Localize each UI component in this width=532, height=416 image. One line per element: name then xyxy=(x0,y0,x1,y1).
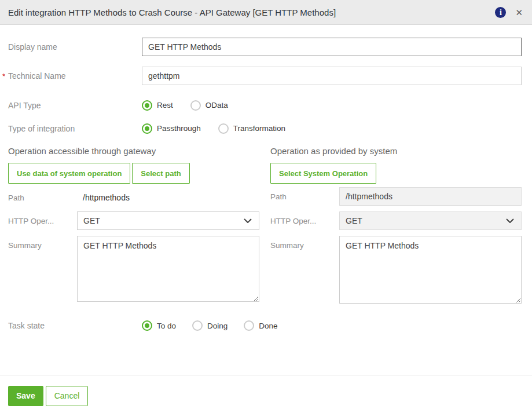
system-http-operation-select[interactable]: GET xyxy=(339,211,522,230)
display-name-row: Display name xyxy=(8,38,522,56)
summary-label: Summary xyxy=(8,236,77,250)
api-type-row: API Type Rest OData xyxy=(8,100,522,111)
gateway-operation-section: Operation accessible through gateway Use… xyxy=(8,146,259,308)
radio-option-odata[interactable]: OData xyxy=(190,100,228,111)
save-button[interactable]: Save xyxy=(8,386,43,406)
technical-name-label: * Technical Name xyxy=(8,71,142,81)
radio-unselected-icon[interactable] xyxy=(190,100,201,111)
system-http-operation-row: HTTP Oper... GET xyxy=(270,211,522,230)
info-icon[interactable]: i xyxy=(495,7,506,18)
radio-option-doing[interactable]: Doing xyxy=(192,320,228,331)
path-label: Path xyxy=(270,192,339,201)
task-state-label: Task state xyxy=(8,321,142,330)
gateway-http-operation-select[interactable]: GET xyxy=(77,211,259,230)
radio-option-label: Passthrough xyxy=(157,124,201,133)
close-icon[interactable]: ✕ xyxy=(515,8,523,17)
radio-option-rest[interactable]: Rest xyxy=(142,100,173,111)
radio-option-label: Done xyxy=(259,322,277,330)
integration-type-row: Type of integration Passthrough Transfor… xyxy=(8,123,522,134)
integration-type-radio-group: Passthrough Transformation xyxy=(142,123,303,134)
radio-selected-icon[interactable] xyxy=(142,320,152,331)
api-type-label: API Type xyxy=(8,101,142,110)
radio-option-label: Doing xyxy=(207,322,228,330)
use-data-of-system-operation-button[interactable]: Use data of system operation xyxy=(8,163,130,184)
system-summary-row: Summary GET HTTP Methods xyxy=(270,236,522,304)
dialog-header: Edit integration HTTP Methods to Crash C… xyxy=(0,0,532,25)
radio-selected-icon[interactable] xyxy=(142,100,152,111)
gateway-path-row: Path /httpmethods xyxy=(8,188,259,207)
path-label: Path xyxy=(8,194,77,202)
technical-name-input[interactable] xyxy=(142,67,522,85)
task-state-radio-group: To do Doing Done xyxy=(142,320,294,331)
summary-label: Summary xyxy=(270,236,339,250)
gateway-path-value: /httpmethods xyxy=(77,193,130,202)
dialog-title: Edit integration HTTP Methods to Crash C… xyxy=(8,8,495,17)
radio-option-transformation[interactable]: Transformation xyxy=(218,123,285,134)
radio-option-label: Transformation xyxy=(233,124,285,133)
radio-option-label: Rest xyxy=(157,101,173,110)
edit-integration-dialog: Edit integration HTTP Methods to Crash C… xyxy=(0,0,532,416)
system-button-row: Select System Operation xyxy=(270,163,522,184)
display-name-input[interactable] xyxy=(142,38,522,56)
gateway-summary-textarea[interactable]: GET HTTP Methods xyxy=(77,236,259,302)
gateway-http-operation-row: HTTP Oper... GET xyxy=(8,211,259,230)
select-system-operation-button[interactable]: Select System Operation xyxy=(270,163,376,184)
system-path-row: Path xyxy=(270,187,522,206)
select-path-button[interactable]: Select path xyxy=(132,163,189,184)
gateway-summary-row: Summary GET HTTP Methods xyxy=(8,236,259,302)
radio-option-todo[interactable]: To do xyxy=(142,320,176,331)
radio-option-passthrough[interactable]: Passthrough xyxy=(142,123,201,134)
cancel-button[interactable]: Cancel xyxy=(46,386,89,406)
technical-name-row: * Technical Name xyxy=(8,67,522,85)
integration-type-label: Type of integration xyxy=(8,124,142,133)
gateway-section-heading: Operation accessible through gateway xyxy=(8,146,259,156)
chevron-down-icon xyxy=(244,218,252,223)
system-section-heading: Operation as provided by system xyxy=(270,146,522,156)
display-name-label: Display name xyxy=(8,42,142,52)
system-summary-textarea[interactable]: GET HTTP Methods xyxy=(339,236,522,304)
system-operation-section: Operation as provided by system Select S… xyxy=(270,146,522,308)
radio-option-label: To do xyxy=(157,322,176,330)
chevron-down-icon xyxy=(506,218,514,223)
required-asterisk: * xyxy=(2,72,5,81)
task-state-row: Task state To do Doing Done xyxy=(8,320,522,331)
radio-unselected-icon[interactable] xyxy=(244,320,254,331)
radio-unselected-icon[interactable] xyxy=(218,123,229,134)
dialog-body: Display name * Technical Name API Type R… xyxy=(0,25,532,331)
api-type-radio-group: Rest OData xyxy=(142,100,245,111)
selected-http-operation: GET xyxy=(346,216,362,225)
operation-columns: Operation accessible through gateway Use… xyxy=(8,146,522,308)
gateway-button-row: Use data of system operation Select path xyxy=(8,163,259,184)
radio-option-done[interactable]: Done xyxy=(244,320,277,331)
radio-selected-icon[interactable] xyxy=(142,123,152,134)
radio-unselected-icon[interactable] xyxy=(192,320,203,331)
system-path-input[interactable] xyxy=(339,187,522,206)
dialog-footer: Save Cancel xyxy=(0,375,532,416)
http-operation-label: HTTP Oper... xyxy=(270,217,339,225)
http-operation-label: HTTP Oper... xyxy=(8,217,77,225)
selected-http-operation: GET xyxy=(83,216,100,225)
radio-option-label: OData xyxy=(206,101,228,110)
technical-name-label-text: Technical Name xyxy=(8,71,66,81)
